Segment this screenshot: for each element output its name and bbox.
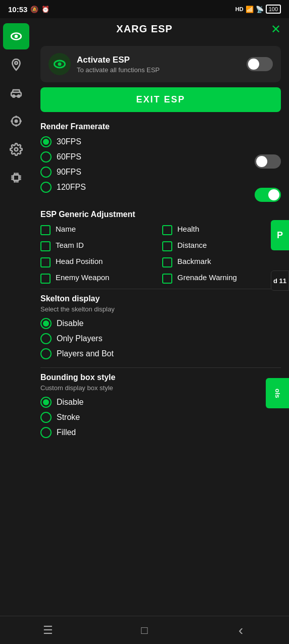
bounding-box-radio-group: Disable Stroke Filled — [40, 397, 281, 438]
checkbox-label-backmark: Backmark — [177, 256, 211, 266]
skelton-label-only-players: Only Players — [57, 334, 103, 343]
svg-rect-13 — [14, 175, 19, 181]
checkbox-label-health: Health — [177, 224, 199, 234]
radio-circle-90fps — [40, 167, 52, 178]
esp-generic-section: ESP Generic Adjustment P d 11 Name Healt… — [40, 210, 281, 284]
sidebar-item-location[interactable] — [3, 51, 29, 78]
skelton-display-section: Skelton display Select the skelton displ… — [40, 294, 281, 359]
svg-point-1 — [15, 35, 18, 38]
checkbox-box-headposition — [40, 257, 51, 267]
activate-esp-title: Activate ESP — [77, 55, 240, 65]
checkbox-label-distance: Distance — [177, 240, 207, 250]
checkbox-label-enemyweapon: Enemy Weapon — [56, 273, 109, 283]
checkbox-box-backmark — [162, 257, 172, 267]
skelton-radio-only-players — [40, 333, 52, 344]
close-button[interactable]: ✕ — [271, 22, 281, 36]
skelton-radio-group: Disable Only Players Players and Bot — [40, 318, 281, 359]
bottom-nav: ☰ □ ‹ — [0, 616, 289, 644]
sidebar-item-settings[interactable] — [3, 136, 29, 163]
checkbox-box-grenadewarning — [162, 274, 172, 284]
framerate-toggles — [255, 136, 281, 202]
bounding-label-disable: Disable — [57, 398, 83, 407]
sidebar-item-crosshair[interactable] — [3, 108, 29, 134]
checkbox-box-health — [162, 225, 172, 235]
divider-1 — [40, 289, 281, 289]
exit-esp-button[interactable]: EXIT ESP — [40, 87, 281, 112]
status-time: 10:53 🔕 ⏰ — [8, 5, 50, 14]
checkbox-distance[interactable]: Distance — [162, 240, 281, 251]
bounding-radio-disable — [40, 397, 52, 408]
battery-indicator: 100 — [266, 5, 281, 14]
checkbox-headposition[interactable]: Head Position — [40, 256, 159, 267]
app-title: XARG ESP — [116, 23, 172, 35]
toggle-60fps[interactable] — [255, 154, 281, 169]
bounding-box-subtitle: Custom display box style — [40, 384, 281, 392]
framerate-options: 30FPS 60FPS 90FPS 120FPS — [40, 136, 86, 202]
radio-90fps[interactable]: 90FPS — [40, 167, 86, 178]
status-bar: 10:53 🔕 ⏰ HD 📶 📡 100 — [0, 0, 289, 18]
radio-120fps[interactable]: 120FPS — [40, 182, 86, 193]
wifi-icon: 📡 — [256, 6, 264, 13]
status-icons: HD 📶 📡 100 — [235, 5, 281, 14]
checkbox-name[interactable]: Name — [40, 224, 159, 235]
radio-circle-60fps — [40, 151, 52, 163]
bounding-radio-stroke — [40, 412, 52, 423]
skelton-label-disable: Disable — [57, 319, 83, 328]
activate-esp-text: Activate ESP To activate all functions E… — [77, 55, 240, 74]
checkbox-box-teamid — [40, 241, 51, 251]
bounding-label-filled: Filled — [57, 428, 76, 437]
floating-11-tab[interactable]: d 11 — [271, 271, 289, 291]
checkbox-health[interactable]: Health — [162, 224, 281, 235]
radio-label-120fps: 120FPS — [57, 183, 86, 192]
divider-2 — [40, 367, 281, 368]
skelton-only-players[interactable]: Only Players — [40, 333, 281, 344]
svg-point-12 — [15, 148, 18, 151]
checkbox-label-teamid: Team ID — [56, 240, 84, 250]
bounding-radio-filled — [40, 427, 52, 438]
checkbox-label-headposition: Head Position — [56, 256, 103, 266]
toggle-knob — [248, 59, 259, 70]
activate-esp-subtitle: To activate all functions ESP — [77, 66, 240, 74]
sidebar-item-chip[interactable] — [3, 165, 29, 191]
bottom-nav-back[interactable]: ‹ — [226, 620, 256, 640]
skelton-display-title: Skelton display — [40, 294, 281, 303]
floating-tools-tab[interactable]: ols — [266, 378, 289, 408]
sidebar-item-eye[interactable] — [3, 23, 29, 49]
radio-30fps[interactable]: 30FPS — [40, 136, 86, 147]
checkbox-box-distance — [162, 241, 172, 251]
radio-label-90fps: 90FPS — [57, 168, 81, 177]
toggle-120fps[interactable] — [255, 188, 281, 202]
svg-point-27 — [58, 63, 62, 66]
activate-esp-toggle[interactable] — [247, 57, 273, 71]
svg-point-11 — [15, 120, 17, 122]
checkbox-teamid[interactable]: Team ID — [40, 240, 159, 251]
bottom-nav-home[interactable]: □ — [129, 620, 160, 640]
framerate-section: 30FPS 60FPS 90FPS 120FPS — [40, 136, 281, 202]
main-content: Activate ESP To activate all functions E… — [32, 40, 289, 637]
floating-p-tab[interactable]: P — [271, 220, 289, 250]
radio-60fps[interactable]: 60FPS — [40, 151, 86, 163]
checkbox-grid: Name Health Team ID Distance Head Positi… — [40, 224, 281, 284]
title-bar: XARG ESP ✕ — [0, 18, 289, 40]
checkbox-backmark[interactable]: Backmark — [162, 256, 281, 267]
render-framerate-title: Render Framerate — [40, 122, 281, 131]
esp-generic-title: ESP Generic Adjustment — [40, 210, 281, 219]
bounding-disable[interactable]: Disable — [40, 397, 281, 408]
checkbox-enemyweapon[interactable]: Enemy Weapon — [40, 273, 159, 284]
checkbox-box-name — [40, 225, 51, 235]
skelton-players-bot[interactable]: Players and Bot — [40, 348, 281, 359]
checkbox-label-grenadewarning: Grenade Warning — [177, 273, 237, 283]
bottom-nav-menu[interactable]: ☰ — [33, 620, 63, 640]
skelton-display-subtitle: Select the skelton display — [40, 305, 281, 313]
activate-esp-icon — [49, 53, 71, 75]
skelton-radio-disable — [40, 318, 52, 329]
sidebar-item-car[interactable] — [3, 80, 29, 106]
bounding-stroke[interactable]: Stroke — [40, 412, 281, 423]
skelton-disable[interactable]: Disable — [40, 318, 281, 329]
radio-label-30fps: 30FPS — [57, 137, 81, 146]
bounding-box-title: Bounding box style — [40, 373, 281, 382]
radio-label-60fps: 60FPS — [57, 152, 81, 162]
checkbox-grenadewarning[interactable]: Grenade Warning — [162, 273, 281, 284]
sidebar — [0, 18, 32, 616]
bounding-filled[interactable]: Filled — [40, 427, 281, 438]
